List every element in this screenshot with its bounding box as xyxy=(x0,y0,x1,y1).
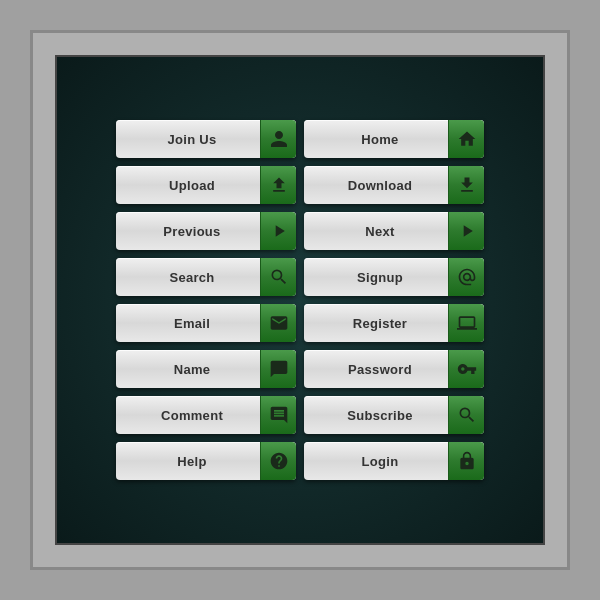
register-label: Register xyxy=(304,316,448,331)
comment-button[interactable]: Comment xyxy=(116,396,296,434)
next-label: Next xyxy=(304,224,448,239)
at-icon xyxy=(448,258,484,296)
home-button[interactable]: Home xyxy=(304,120,484,158)
subscribe-button[interactable]: Subscribe xyxy=(304,396,484,434)
login-button[interactable]: Login xyxy=(304,442,484,480)
upload-icon xyxy=(260,166,296,204)
previous-button[interactable]: Previous xyxy=(116,212,296,250)
join-us-button[interactable]: Join Us xyxy=(116,120,296,158)
password-label: Password xyxy=(304,362,448,377)
lock-icon xyxy=(448,442,484,480)
login-label: Login xyxy=(304,454,448,469)
search-icon xyxy=(260,258,296,296)
search-button[interactable]: Search xyxy=(116,258,296,296)
upload-button[interactable]: Upload xyxy=(116,166,296,204)
comment-icon xyxy=(260,396,296,434)
download-button[interactable]: Download xyxy=(304,166,484,204)
chat-icon xyxy=(260,350,296,388)
help-button[interactable]: Help xyxy=(116,442,296,480)
upload-label: Upload xyxy=(116,178,260,193)
signup-label: Signup xyxy=(304,270,448,285)
help-label: Help xyxy=(116,454,260,469)
download-label: Download xyxy=(304,178,448,193)
home-label: Home xyxy=(304,132,448,147)
button-grid: Join UsHomeUploadDownloadPreviousNextSea… xyxy=(96,100,504,500)
subscribe-label: Subscribe xyxy=(304,408,448,423)
signup-button[interactable]: Signup xyxy=(304,258,484,296)
search-label: Search xyxy=(116,270,260,285)
laptop-icon xyxy=(448,304,484,342)
next-button[interactable]: Next xyxy=(304,212,484,250)
email-icon xyxy=(260,304,296,342)
question-icon xyxy=(260,442,296,480)
key-icon xyxy=(448,350,484,388)
name-button[interactable]: Name xyxy=(116,350,296,388)
name-label: Name xyxy=(116,362,260,377)
inner-panel: Join UsHomeUploadDownloadPreviousNextSea… xyxy=(55,55,545,545)
outer-frame: Join UsHomeUploadDownloadPreviousNextSea… xyxy=(30,30,570,570)
arrow-right-icon xyxy=(260,212,296,250)
person-icon xyxy=(260,120,296,158)
register-button[interactable]: Register xyxy=(304,304,484,342)
email-label: Email xyxy=(116,316,260,331)
email-button[interactable]: Email xyxy=(116,304,296,342)
join-us-label: Join Us xyxy=(116,132,260,147)
home-icon xyxy=(448,120,484,158)
download-icon xyxy=(448,166,484,204)
comment-label: Comment xyxy=(116,408,260,423)
password-button[interactable]: Password xyxy=(304,350,484,388)
magnify-icon xyxy=(448,396,484,434)
previous-label: Previous xyxy=(116,224,260,239)
arrow-right-icon xyxy=(448,212,484,250)
